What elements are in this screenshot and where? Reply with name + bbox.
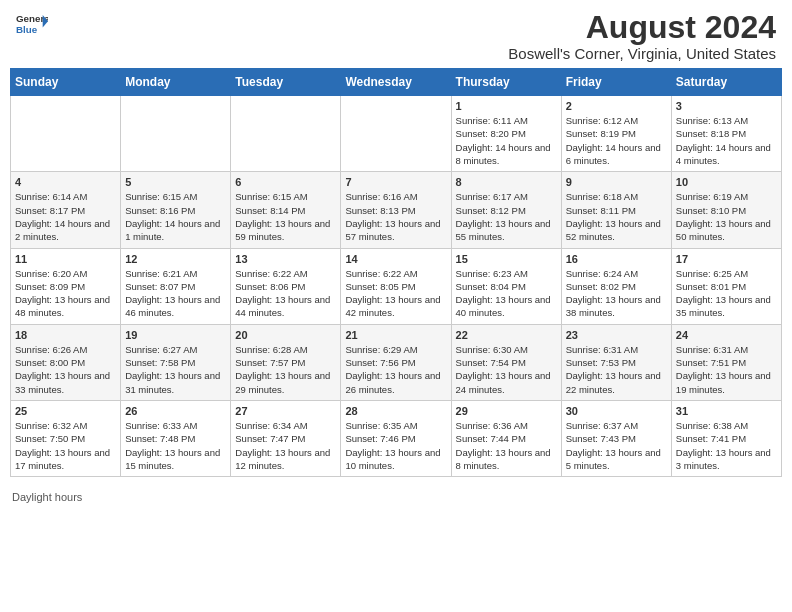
- day-number: 20: [235, 329, 336, 341]
- main-title: August 2024: [508, 10, 776, 45]
- day-info: Sunrise: 6:31 AM Sunset: 7:53 PM Dayligh…: [566, 343, 667, 396]
- day-number: 11: [15, 253, 116, 265]
- day-number: 4: [15, 176, 116, 188]
- day-number: 28: [345, 405, 446, 417]
- day-cell: [231, 96, 341, 172]
- day-number: 24: [676, 329, 777, 341]
- day-info: Sunrise: 6:35 AM Sunset: 7:46 PM Dayligh…: [345, 419, 446, 472]
- day-cell: 13Sunrise: 6:22 AM Sunset: 8:06 PM Dayli…: [231, 248, 341, 324]
- day-info: Sunrise: 6:24 AM Sunset: 8:02 PM Dayligh…: [566, 267, 667, 320]
- day-cell: 3Sunrise: 6:13 AM Sunset: 8:18 PM Daylig…: [671, 96, 781, 172]
- day-cell: 23Sunrise: 6:31 AM Sunset: 7:53 PM Dayli…: [561, 324, 671, 400]
- week-row-4: 25Sunrise: 6:32 AM Sunset: 7:50 PM Dayli…: [11, 400, 782, 476]
- day-number: 3: [676, 100, 777, 112]
- col-friday: Friday: [561, 69, 671, 96]
- day-info: Sunrise: 6:18 AM Sunset: 8:11 PM Dayligh…: [566, 190, 667, 243]
- day-cell: 8Sunrise: 6:17 AM Sunset: 8:12 PM Daylig…: [451, 172, 561, 248]
- footer-note: Daylight hours: [0, 487, 792, 507]
- day-number: 5: [125, 176, 226, 188]
- day-info: Sunrise: 6:38 AM Sunset: 7:41 PM Dayligh…: [676, 419, 777, 472]
- week-row-3: 18Sunrise: 6:26 AM Sunset: 8:00 PM Dayli…: [11, 324, 782, 400]
- day-cell: 4Sunrise: 6:14 AM Sunset: 8:17 PM Daylig…: [11, 172, 121, 248]
- day-cell: 25Sunrise: 6:32 AM Sunset: 7:50 PM Dayli…: [11, 400, 121, 476]
- day-cell: 1Sunrise: 6:11 AM Sunset: 8:20 PM Daylig…: [451, 96, 561, 172]
- day-cell: 18Sunrise: 6:26 AM Sunset: 8:00 PM Dayli…: [11, 324, 121, 400]
- logo-icon: General Blue: [16, 10, 48, 38]
- week-row-0: 1Sunrise: 6:11 AM Sunset: 8:20 PM Daylig…: [11, 96, 782, 172]
- svg-text:Blue: Blue: [16, 24, 38, 35]
- day-cell: 10Sunrise: 6:19 AM Sunset: 8:10 PM Dayli…: [671, 172, 781, 248]
- day-info: Sunrise: 6:19 AM Sunset: 8:10 PM Dayligh…: [676, 190, 777, 243]
- day-number: 6: [235, 176, 336, 188]
- day-info: Sunrise: 6:23 AM Sunset: 8:04 PM Dayligh…: [456, 267, 557, 320]
- day-cell: 20Sunrise: 6:28 AM Sunset: 7:57 PM Dayli…: [231, 324, 341, 400]
- day-info: Sunrise: 6:22 AM Sunset: 8:06 PM Dayligh…: [235, 267, 336, 320]
- day-info: Sunrise: 6:15 AM Sunset: 8:14 PM Dayligh…: [235, 190, 336, 243]
- day-cell: 15Sunrise: 6:23 AM Sunset: 8:04 PM Dayli…: [451, 248, 561, 324]
- day-info: Sunrise: 6:28 AM Sunset: 7:57 PM Dayligh…: [235, 343, 336, 396]
- day-cell: 31Sunrise: 6:38 AM Sunset: 7:41 PM Dayli…: [671, 400, 781, 476]
- day-cell: 21Sunrise: 6:29 AM Sunset: 7:56 PM Dayli…: [341, 324, 451, 400]
- day-number: 10: [676, 176, 777, 188]
- day-cell: [341, 96, 451, 172]
- day-cell: 19Sunrise: 6:27 AM Sunset: 7:58 PM Dayli…: [121, 324, 231, 400]
- day-number: 9: [566, 176, 667, 188]
- calendar-body: 1Sunrise: 6:11 AM Sunset: 8:20 PM Daylig…: [11, 96, 782, 477]
- day-cell: 6Sunrise: 6:15 AM Sunset: 8:14 PM Daylig…: [231, 172, 341, 248]
- day-number: 7: [345, 176, 446, 188]
- logo: General Blue: [16, 10, 48, 38]
- day-info: Sunrise: 6:21 AM Sunset: 8:07 PM Dayligh…: [125, 267, 226, 320]
- day-cell: 29Sunrise: 6:36 AM Sunset: 7:44 PM Dayli…: [451, 400, 561, 476]
- day-info: Sunrise: 6:26 AM Sunset: 8:00 PM Dayligh…: [15, 343, 116, 396]
- day-cell: 9Sunrise: 6:18 AM Sunset: 8:11 PM Daylig…: [561, 172, 671, 248]
- day-info: Sunrise: 6:12 AM Sunset: 8:19 PM Dayligh…: [566, 114, 667, 167]
- header-row: Sunday Monday Tuesday Wednesday Thursday…: [11, 69, 782, 96]
- day-info: Sunrise: 6:34 AM Sunset: 7:47 PM Dayligh…: [235, 419, 336, 472]
- day-number: 19: [125, 329, 226, 341]
- day-cell: 22Sunrise: 6:30 AM Sunset: 7:54 PM Dayli…: [451, 324, 561, 400]
- day-number: 12: [125, 253, 226, 265]
- header: General Blue August 2024 Boswell's Corne…: [0, 0, 792, 68]
- day-cell: 17Sunrise: 6:25 AM Sunset: 8:01 PM Dayli…: [671, 248, 781, 324]
- day-number: 30: [566, 405, 667, 417]
- day-cell: 5Sunrise: 6:15 AM Sunset: 8:16 PM Daylig…: [121, 172, 231, 248]
- day-cell: [11, 96, 121, 172]
- day-cell: 28Sunrise: 6:35 AM Sunset: 7:46 PM Dayli…: [341, 400, 451, 476]
- day-number: 22: [456, 329, 557, 341]
- title-area: August 2024 Boswell's Corner, Virginia, …: [508, 10, 776, 62]
- day-info: Sunrise: 6:22 AM Sunset: 8:05 PM Dayligh…: [345, 267, 446, 320]
- day-number: 27: [235, 405, 336, 417]
- day-cell: 27Sunrise: 6:34 AM Sunset: 7:47 PM Dayli…: [231, 400, 341, 476]
- day-info: Sunrise: 6:14 AM Sunset: 8:17 PM Dayligh…: [15, 190, 116, 243]
- day-info: Sunrise: 6:31 AM Sunset: 7:51 PM Dayligh…: [676, 343, 777, 396]
- day-cell: 26Sunrise: 6:33 AM Sunset: 7:48 PM Dayli…: [121, 400, 231, 476]
- calendar-table: Sunday Monday Tuesday Wednesday Thursday…: [10, 68, 782, 477]
- day-number: 21: [345, 329, 446, 341]
- day-info: Sunrise: 6:27 AM Sunset: 7:58 PM Dayligh…: [125, 343, 226, 396]
- day-number: 16: [566, 253, 667, 265]
- day-info: Sunrise: 6:25 AM Sunset: 8:01 PM Dayligh…: [676, 267, 777, 320]
- day-info: Sunrise: 6:13 AM Sunset: 8:18 PM Dayligh…: [676, 114, 777, 167]
- col-saturday: Saturday: [671, 69, 781, 96]
- day-number: 23: [566, 329, 667, 341]
- col-sunday: Sunday: [11, 69, 121, 96]
- day-info: Sunrise: 6:20 AM Sunset: 8:09 PM Dayligh…: [15, 267, 116, 320]
- day-cell: 30Sunrise: 6:37 AM Sunset: 7:43 PM Dayli…: [561, 400, 671, 476]
- week-row-2: 11Sunrise: 6:20 AM Sunset: 8:09 PM Dayli…: [11, 248, 782, 324]
- day-cell: 12Sunrise: 6:21 AM Sunset: 8:07 PM Dayli…: [121, 248, 231, 324]
- day-info: Sunrise: 6:32 AM Sunset: 7:50 PM Dayligh…: [15, 419, 116, 472]
- day-number: 14: [345, 253, 446, 265]
- day-info: Sunrise: 6:33 AM Sunset: 7:48 PM Dayligh…: [125, 419, 226, 472]
- day-info: Sunrise: 6:17 AM Sunset: 8:12 PM Dayligh…: [456, 190, 557, 243]
- day-number: 2: [566, 100, 667, 112]
- day-number: 17: [676, 253, 777, 265]
- day-number: 18: [15, 329, 116, 341]
- day-number: 8: [456, 176, 557, 188]
- day-number: 29: [456, 405, 557, 417]
- day-number: 1: [456, 100, 557, 112]
- col-monday: Monday: [121, 69, 231, 96]
- day-info: Sunrise: 6:11 AM Sunset: 8:20 PM Dayligh…: [456, 114, 557, 167]
- day-cell: [121, 96, 231, 172]
- col-tuesday: Tuesday: [231, 69, 341, 96]
- day-number: 31: [676, 405, 777, 417]
